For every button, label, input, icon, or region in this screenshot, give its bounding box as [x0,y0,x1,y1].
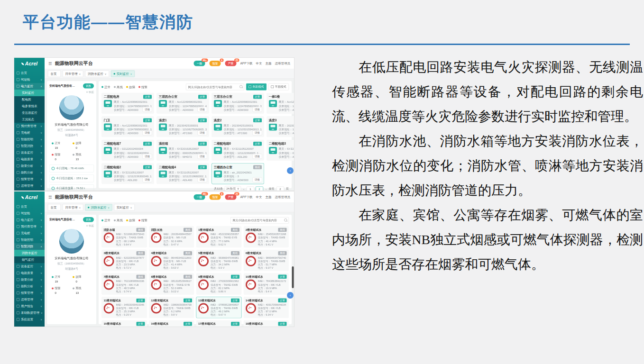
sidebar-item[interactable]: 用户报告 ∨ [14,303,45,309]
sidebar-item[interactable]: 能量分析 ∨ [14,163,45,169]
water-device-card[interactable]: 17楼末端试水 正常 IMEI：85976897223310 仪表型号：MK-Y… [196,320,242,327]
water-device-card[interactable]: 18楼末端试水 正常 IMEI：83569035831299 仪表型号：TAIK… [243,320,289,327]
sidebar-item[interactable]: 能耗分析 ∨ [14,283,45,290]
sidebar-item[interactable]: 驾驶舱 ∨ [14,210,45,217]
device-card[interactable]: 温度2 正常 网关：20230425100001 仪表地址：1210531554… [212,116,264,137]
prev-page-button[interactable]: ‹ [243,187,245,191]
search-icon[interactable] [239,85,243,88]
detail-button[interactable]: 详情 [142,130,152,136]
collapse-drawer-button[interactable]: ‹ [287,292,294,299]
device-card[interactable]: 温度3 正常 网关：20230425330001 仪表地址：1210533554… [267,116,294,137]
sidebar-item[interactable]: 能耗分析 ∨ [14,169,45,176]
scrollbar-thumb[interactable] [292,266,294,288]
menu-icon[interactable]: ☰ [48,61,52,66]
device-card[interactable]: 二楼配电箱2 正常 网关：SYZ21105120007 仪表地址：1211223… [101,163,154,184]
tab[interactable]: 首页 [48,71,61,77]
sidebar-item[interactable]: 基础数据管理 ∨ [14,309,45,316]
water-device-card[interactable]: 9楼末端试水 正常 IMEI：27630309902962 仪表型号：TAIKE… [196,273,242,295]
sidebar-item[interactable]: 智慧消防 ∧ [14,243,45,250]
page-number[interactable]: 1 [247,186,254,191]
device-card[interactable]: 二楼配电箱6 正常 网关：SYZ21105120007 仪表地址：1211223… [212,140,264,161]
water-device-card[interactable]: 消防水箱 离线 IMEI：52169628375643 仪表型号：TAIKE-S… [101,226,147,248]
sidebar-item[interactable]: 电力监控 ∨ [14,217,45,223]
device-card[interactable]: 温度1 正常 网关：20230425330001 仪表地址：1210827506… [156,116,209,137]
water-device-card[interactable]: 5楼末端试水 离线 IMEI：99366947046981 仪表型号：TAIKE… [196,250,242,272]
device-card[interactable]: 温控箱 正常 网关：SYZ20192520007 仪表地址：0000051508… [156,140,209,161]
sidebar-item[interactable]: 电能质量 ∨ [14,156,45,163]
detail-button[interactable]: 详情 [252,130,262,136]
water-device-card[interactable]: 11楼末端试水 正常 IMEI：34503390403346 仪表型号：MK-Y… [101,297,147,318]
sidebar-item[interactable]: 设备监控 ∨ [14,263,45,270]
water-device-card[interactable]: 7楼末端试水 离线 IMEI：76210899560336 仪表型号：MK-YL… [101,273,147,295]
water-device-card[interactable]: 消防水池 离线 IMEI：20039498445567 仪表型号：MK-YLB … [149,226,194,248]
sidebar-item[interactable]: 变压器监控 [14,109,45,116]
sidebar-item[interactable]: 电能质量 ∨ [14,270,45,276]
topbar-link[interactable]: APP下载 [240,195,252,199]
sidebar-item[interactable]: 运维管理 ∨ [14,182,45,189]
tab[interactable]: 消防水监控 ∨ [85,71,109,77]
switch-company-button[interactable]: 切换 [83,217,94,222]
device-card[interactable]: 二楼配电箱7 正常 网关：02122032400004 仪表地址：0212203… [101,140,154,161]
water-device-card[interactable]: 10楼末端试水 正常 IMEI：78438638422172 仪表型号：MK-Y… [243,273,289,295]
sidebar-item[interactable]: 能量分析 ∨ [14,276,45,283]
collapse-toggle[interactable]: ∨ 收起 [49,224,94,228]
water-device-card[interactable]: 4楼末端试水 离线 IMEI：86449349211800 仪表型号：MK-YL… [149,250,194,272]
sidebar-item[interactable]: 充电桩 ∨ [14,129,45,136]
sidebar-item[interactable]: 烟气监控 [14,256,45,263]
alarm-pill[interactable]: 严重 25 [225,61,236,66]
detail-button[interactable]: 详情 [142,177,152,182]
sidebar-item[interactable]: 消防水监控 [14,250,45,256]
menu-icon[interactable]: ☰ [48,194,52,200]
sidebar-item[interactable]: 驾驶舱 ∨ [14,76,45,83]
sidebar-item[interactable]: 智能照明 ∨ [14,136,45,143]
detail-button[interactable]: 详情 [252,154,262,159]
tab[interactable]: 实时监控 ∨ [111,71,135,77]
search-icon[interactable] [284,218,287,222]
device-card[interactable]: 一梯1楼 正常 网关：Acr12269580002301 仪表地址：122478… [267,93,294,114]
sidebar-item[interactable]: 报警管理 ∨ [14,176,45,182]
topbar-link[interactable]: 运维管理员 [275,61,291,65]
sidebar-item[interactable]: 智慧消防 ∨ [14,143,45,149]
sidebar-item[interactable]: 报警管理 ∨ [14,290,45,296]
water-device-card[interactable]: 2楼末端试水 离线 IMEI：25455303572268 仪表型号：TAIKE… [243,226,289,248]
sidebar-item[interactable]: 电参量报表 [14,103,45,109]
topbar-link[interactable]: 中文 [256,61,262,65]
topbar-link[interactable]: 运维管理员 [275,195,291,199]
tab[interactable]: 日常管理 ∨ [63,204,83,211]
device-card[interactable]: 三层西办公室 正常 网关：Acr12269580002301 仪表地址：1224… [156,93,209,114]
alarm-pill[interactable]: 严重 25 [225,194,236,200]
search-input[interactable] [230,217,289,224]
water-device-card[interactable]: 16楼末端试水 正常 IMEI：06992956360559 仪表型号：TAIK… [149,320,194,327]
page-size-select[interactable]: 24条/页 ∨ [225,186,241,191]
alarm-pill[interactable]: 预警 9 [209,194,221,200]
sidebar-item[interactable]: 首页 [14,203,45,210]
goto-page-input[interactable]: 2 [276,186,284,191]
view-mode-button[interactable]: 列表模式 [246,83,267,91]
device-card[interactable]: 三楼西办公室 离线 网关：air_2022042901 仪表地址：3 仪表型号：… [212,163,264,184]
sidebar-item[interactable]: 首页 [14,70,45,76]
device-card[interactable]: 二楼配电箱4 正常 网关：SYZ21105120007 仪表地址：1211231… [156,163,209,184]
sidebar-item[interactable]: 运维管理 ∨ [14,296,45,303]
topbar-link[interactable]: 主题 [266,61,272,65]
sidebar-item[interactable]: 系统设置 ∨ [14,316,45,323]
sidebar-item[interactable]: 充电桩 ∨ [14,230,45,237]
water-device-card[interactable]: 14楼末端试水 正常 IMEI：40917056646034 仪表型号：MK-Y… [243,297,289,318]
topbar-link[interactable]: 中文 [256,195,262,199]
alarm-pill[interactable]: 一般 99+ [193,61,205,66]
water-device-card[interactable]: 13楼末端试水 正常 IMEI：07859523849837 仪表型号：TAIK… [196,297,242,318]
collapse-toggle[interactable]: ∨ 收起 [49,91,94,94]
sidebar-item[interactable]: 电力监控 ∧ [14,83,45,90]
device-card[interactable]: 二楼配电箱3 正常 网关：SYZ21105120007 仪表地址：0000095… [267,140,294,161]
water-device-card[interactable]: 1楼末端试水 离线 IMEI：45223390258357 仪表型号：TAIKE… [196,226,242,248]
device-card[interactable]: 门卫 正常 网关：Acr12269580002301 仪表地址：12247895… [101,116,154,137]
topbar-link[interactable]: 主题 [266,195,272,199]
detail-button[interactable]: 详情 [197,177,207,182]
tab[interactable]: 实时监控 ∨ [114,204,135,211]
detail-button[interactable]: 详情 [142,107,152,112]
device-card[interactable]: 三层东办公室 正常 网关：Acr12269580002301 仪表地址：1224… [212,93,264,114]
water-device-card[interactable]: 6楼末端试水 离线 IMEI：98694694790740 仪表型号：TAIKE… [243,250,289,272]
water-device-card[interactable]: 12楼末端试水 正常 IMEI：19806090994799 仪表型号：TAIK… [149,297,194,318]
next-page-button[interactable]: › [265,187,267,191]
collapse-drawer-button[interactable]: ‹ [287,167,294,174]
topbar-link[interactable]: APP下载 [240,61,252,65]
